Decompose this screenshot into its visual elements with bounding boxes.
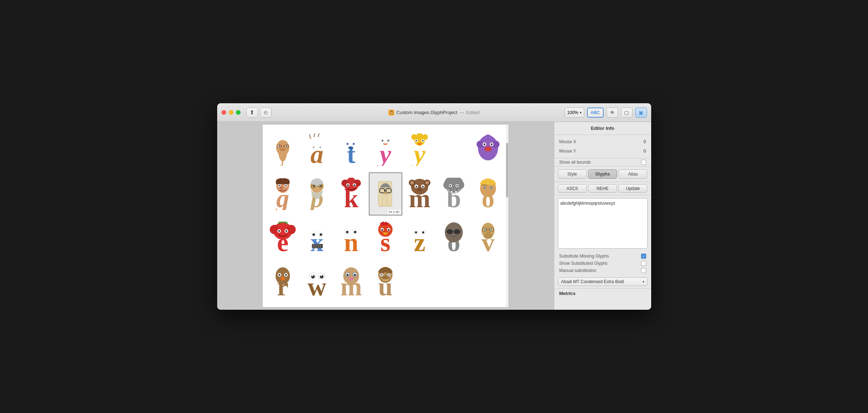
glyph-cell-m2[interactable]: m [335, 260, 368, 304]
svg-point-167 [278, 274, 280, 276]
preview-toggle-button[interactable]: 👁 [607, 108, 618, 118]
glyph-w-svg: w [304, 266, 331, 298]
tab-atlas[interactable]: Atlas [618, 169, 647, 179]
glyph-cell-k[interactable]: k [335, 172, 368, 216]
manual-substitution-checkbox[interactable] [641, 268, 646, 273]
glyph-cell-v[interactable]: v [471, 216, 505, 260]
svg-point-83 [425, 181, 429, 185]
glyph-cell-z[interactable]: z [403, 216, 437, 260]
canvas-area[interactable]: j a [217, 122, 554, 310]
svg-rect-124 [313, 244, 314, 248]
substitute-missing-checkbox[interactable] [641, 254, 646, 259]
panel-title: Editor Info [554, 122, 651, 135]
svg-point-190 [388, 274, 390, 276]
tab-style[interactable]: Style [558, 169, 587, 179]
glyph-cell-g[interactable]: g [266, 172, 300, 216]
glyph-cell-a[interactable]: a [300, 128, 334, 172]
layout-panel-button[interactable]: ▢ [621, 108, 632, 118]
glyph-cell-e[interactable]: e [266, 216, 300, 260]
glyph-cell-o[interactable]: o [471, 172, 505, 216]
glyph-p-svg: p [304, 178, 331, 210]
show-substituted-checkbox[interactable] [641, 261, 646, 266]
svg-point-30 [411, 134, 417, 140]
glyph-cell-blank1[interactable] [437, 128, 471, 172]
zoom-selector[interactable]: 100% ▾ [565, 108, 584, 118]
glyph-cell-o2[interactable]: o [437, 216, 471, 260]
inspector-icon: ▣ [639, 110, 643, 115]
svg-point-144 [422, 231, 424, 233]
glyph-cell-p[interactable]: p [300, 172, 334, 216]
font-chevron-icon: ▾ [643, 280, 644, 283]
canvas-scrollbar[interactable] [506, 124, 509, 307]
svg-point-14 [313, 147, 314, 148]
toolbar-right: 100% ▾ ABC 👁 ▢ ▣ [565, 108, 647, 118]
substitute-missing-label: Substitute Missing Glyphs [559, 254, 609, 259]
minimize-button[interactable] [229, 110, 233, 115]
svg-point-87 [422, 186, 424, 187]
svg-point-132 [346, 231, 348, 233]
show-all-bounds-row: Show all bounds [554, 158, 651, 167]
glyph-cell-u[interactable]: u [369, 260, 402, 304]
inspector-panel-button[interactable]: ▣ [635, 108, 647, 118]
export-button[interactable]: ⬆ [246, 108, 258, 118]
zoom-chevron-icon: ▾ [580, 111, 582, 114]
svg-point-117 [285, 230, 287, 232]
glyph-cell-b[interactable]: b [437, 172, 471, 216]
svg-point-68 [347, 184, 349, 186]
svg-point-162 [486, 231, 491, 234]
glyph-text-content: abcdefghijklmnopqrstuvwxyz [560, 201, 616, 206]
glyph-cell-n[interactable]: n [335, 216, 368, 260]
svg-point-82 [410, 181, 414, 185]
svg-point-27 [388, 140, 389, 141]
glyph-cell-w[interactable]: w [300, 260, 334, 304]
svg-point-189 [381, 274, 382, 276]
svg-point-133 [354, 231, 356, 233]
ascii-button[interactable]: ASCII [558, 184, 587, 193]
close-button[interactable] [222, 110, 226, 115]
tabs-row: Style Glyphs Atlas [554, 167, 651, 182]
show-all-bounds-checkbox[interactable] [641, 160, 646, 165]
glyph-cell-selected[interactable]: 54 x 90 [369, 172, 402, 216]
window-title: Custom Images.GlyphProject [397, 110, 457, 115]
svg-point-59 [313, 185, 314, 187]
share-button[interactable]: ⎋ [260, 108, 272, 118]
glyph-cell-m[interactable]: m [403, 172, 437, 216]
svg-point-15 [319, 147, 321, 148]
maximize-button[interactable] [236, 110, 241, 115]
glyph-cell-r[interactable]: r [266, 260, 300, 304]
nehe-button[interactable]: NEHE [588, 184, 617, 193]
glyph-text-input[interactable]: abcdefghijklmnopqrstuvwxyz [558, 198, 648, 249]
show-substituted-label: Show Substituted Glyphs [559, 261, 608, 266]
svg-point-157 [484, 229, 486, 230]
glyph-cell-purple[interactable] [471, 128, 505, 172]
glyph-cell-y2[interactable]: y [403, 128, 437, 172]
glyph-cell-s[interactable]: s [369, 216, 402, 260]
glyph-cell-t[interactable]: t [335, 128, 368, 172]
svg-rect-127 [318, 244, 319, 248]
window-title-area: 🦉 Custom Images.GlyphProject — Edited [389, 110, 480, 115]
export-icon: ⬆ [250, 109, 254, 116]
glyph-cell-y[interactable]: y [369, 128, 402, 172]
svg-point-88 [417, 188, 422, 191]
svg-point-183 [349, 278, 350, 279]
svg-point-121 [312, 233, 315, 236]
mouse-y-value: 0 [635, 147, 646, 155]
update-button[interactable]: Update [618, 184, 647, 193]
svg-point-6 [280, 148, 286, 151]
glyph-o-svg: o [475, 178, 502, 210]
scrollbar-thumb[interactable] [506, 143, 508, 198]
svg-point-20 [353, 143, 354, 145]
glyph-j-svg: j [269, 133, 296, 166]
glyph-o2-svg: o [440, 222, 467, 254]
abc-preview-button[interactable]: ABC [587, 108, 604, 118]
svg-point-147 [447, 229, 453, 234]
glyph-m-svg: m [406, 178, 433, 210]
panel-icon: ▢ [624, 110, 629, 115]
svg-point-32 [422, 134, 428, 140]
glyph-cell-x[interactable]: x [300, 216, 334, 260]
font-selector[interactable]: Abadi MT Condensed Extra Bold ▾ [558, 277, 648, 286]
window-edited: Edited [466, 110, 480, 115]
svg-point-60 [320, 185, 322, 187]
tab-glyphs[interactable]: Glyphs [588, 169, 617, 179]
glyph-cell-j[interactable]: j [266, 128, 300, 172]
